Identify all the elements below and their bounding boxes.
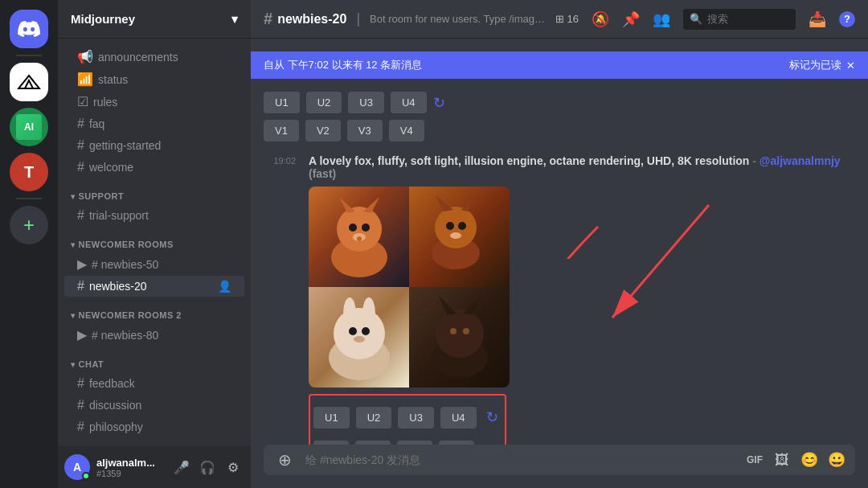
channel-name: rules: [93, 96, 117, 109]
mute-button[interactable]: 🎤: [170, 456, 193, 478]
v3-button-top[interactable]: V3: [347, 120, 383, 141]
prompt-text: A lovely fox, fluffy, soft light, illusi…: [309, 154, 749, 167]
server-icon-2[interactable]: AI: [10, 108, 48, 146]
hash-icon: #: [92, 258, 98, 271]
category-newcomer-rooms-2[interactable]: ▾ NEWCOMER ROOMS 2: [58, 297, 251, 323]
online-status-indicator: [82, 472, 90, 480]
action-buttons-highlight: U1 U2 U3 U4 ↻ V1 V2 V3 V4: [309, 394, 506, 445]
action-buttons-container: U1 U2 U3 U4 ↻ V1 V2 V3 V4: [309, 394, 855, 445]
channel-item-newbies-80[interactable]: ▶ # newbies-80: [64, 324, 244, 346]
collapse-arrow-icon: ▾: [71, 360, 76, 369]
channel-name: trial-support: [89, 209, 149, 222]
u2-button-top[interactable]: U2: [306, 92, 342, 113]
u4-button-top[interactable]: U4: [391, 92, 427, 113]
inbox-icon[interactable]: 📥: [809, 10, 826, 28]
channel-item-feedback[interactable]: # feedback: [64, 373, 244, 394]
channel-item-faq[interactable]: # faq: [64, 113, 244, 134]
collapse-arrow-icon: ▾: [71, 192, 76, 201]
attach-button[interactable]: ⊕: [270, 445, 299, 474]
emoji-button-2[interactable]: 😀: [825, 448, 849, 472]
guild-name: Midjourney: [71, 12, 135, 26]
add-server-button[interactable]: +: [10, 206, 48, 244]
messages-area: 自从 下午7:02 以来有 12 条新消息 标记为已读 ✕ U1 U2 U3 U…: [251, 39, 868, 445]
check-icon: ✕: [846, 59, 855, 72]
variation-buttons-top: V1 V2 V3 V4: [264, 120, 855, 145]
channel-item-discussion[interactable]: # discussion: [64, 395, 244, 416]
emoji-button[interactable]: 😊: [797, 448, 821, 472]
channel-item-newbies-20[interactable]: # newbies-20 👤: [64, 276, 244, 297]
u3-button-top[interactable]: U3: [348, 92, 384, 113]
message-timestamp-side: 19:02: [264, 154, 296, 166]
category-name: NEWCOMER ROOMS: [79, 240, 174, 249]
hash-icon: #: [264, 10, 272, 28]
v4-button[interactable]: V4: [439, 441, 474, 445]
deafen-button[interactable]: 🎧: [196, 456, 219, 478]
mention-link[interactable]: @aljwanalmnjy: [760, 154, 841, 167]
refresh-icon-top[interactable]: ↻: [433, 92, 445, 113]
main-content: # newbies-20 | Bot room for new users. T…: [251, 0, 868, 488]
category-newcomer-rooms[interactable]: ▾ NEWCOMER ROOMS: [58, 227, 251, 252]
members-icon[interactable]: 👥: [653, 10, 670, 28]
u1-button[interactable]: U1: [313, 407, 350, 429]
channel-header: # newbies-20 | Bot room for new users. T…: [251, 0, 868, 39]
server-icon-midjourney[interactable]: [10, 63, 48, 101]
v2-button-top[interactable]: V2: [305, 120, 341, 141]
hash-icon: #: [77, 138, 84, 153]
hash-icon: #: [77, 160, 84, 174]
svg-point-21: [354, 336, 365, 342]
category-name: NEWCOMER ROOMS 2: [79, 310, 182, 320]
server-icon-discord[interactable]: [10, 10, 48, 48]
sticker-button[interactable]: 🖼: [770, 448, 794, 472]
channel-item-welcome[interactable]: # welcome: [64, 157, 244, 178]
channel-item-announcements[interactable]: 📢 announcements: [64, 46, 244, 68]
hash-icon: #: [77, 420, 84, 434]
svg-point-19: [349, 327, 357, 335]
image-grid-fox: [309, 187, 510, 388]
channel-name: discussion: [89, 399, 141, 412]
gif-button[interactable]: GIF: [743, 448, 767, 472]
search-bar[interactable]: 🔍 搜索: [683, 9, 796, 30]
channel-item-getting-started[interactable]: # getting-started: [64, 135, 244, 156]
avatar: A: [64, 454, 90, 480]
category-name: SUPPORT: [79, 191, 125, 201]
server-divider-1: [16, 55, 42, 56]
input-bar: ⊕ GIF 🖼 😊 😀: [251, 445, 868, 488]
arrow-right-icon: ▶: [77, 327, 87, 342]
bell-icon[interactable]: 🔕: [592, 10, 609, 28]
message-content-fox: A lovely fox, fluffy, soft light, illusi…: [309, 154, 855, 445]
unread-text: 自从 下午7:02 以来有 12 条新消息: [264, 58, 422, 72]
svg-point-7: [357, 236, 362, 241]
pin-icon[interactable]: 📌: [622, 10, 640, 28]
svg-point-14: [450, 232, 461, 239]
server-icon-3[interactable]: T: [10, 153, 48, 191]
channel-item-newbies-50[interactable]: ▶ # newbies-50: [64, 253, 244, 275]
guild-header[interactable]: Midjourney ▾: [58, 0, 251, 39]
u4-button[interactable]: U4: [440, 407, 477, 429]
v1-button-top[interactable]: V1: [264, 120, 299, 141]
v4-button-top[interactable]: V4: [389, 120, 424, 141]
channel-item-rules[interactable]: ☑ rules: [64, 91, 244, 113]
svg-point-9: [435, 207, 477, 248]
mark-read-button[interactable]: 标记为已读 ✕: [789, 58, 855, 72]
settings-button[interactable]: ⚙: [222, 456, 244, 478]
svg-marker-11: [461, 195, 474, 211]
u2-button[interactable]: U2: [356, 407, 392, 429]
help-icon[interactable]: ?: [839, 11, 855, 27]
channel-item-trial-support[interactable]: # trial-support: [64, 205, 244, 226]
hash-icon: #: [77, 376, 84, 391]
fox-image-3: [309, 287, 409, 388]
v1-button[interactable]: V1: [313, 441, 349, 445]
message-input[interactable]: [305, 445, 736, 475]
channel-item-philosophy[interactable]: # philosophy: [64, 416, 244, 437]
refresh-button[interactable]: ↻: [483, 405, 502, 429]
u1-button-top[interactable]: U1: [264, 92, 300, 113]
channel-item-status[interactable]: 📶 status: [64, 68, 244, 90]
v3-button[interactable]: V3: [397, 441, 432, 445]
u3-button[interactable]: U3: [398, 407, 434, 429]
channel-name: newbies-50: [101, 258, 159, 271]
category-support[interactable]: ▾ SUPPORT: [58, 178, 251, 204]
scroll-top-buttons: U1 U2 U3 U4 ↻ V1 V2 V3 V4: [251, 85, 868, 145]
username: aljwanalm...: [96, 457, 164, 469]
v2-button[interactable]: V2: [355, 441, 391, 445]
category-chat[interactable]: ▾ CHAT: [58, 347, 251, 372]
